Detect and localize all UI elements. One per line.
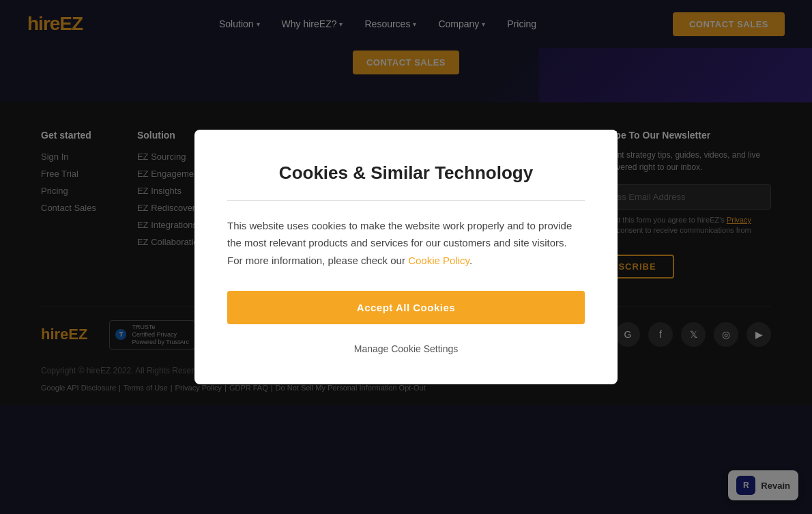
modal-body: This website uses cookies to make the we… (227, 217, 585, 270)
manage-cookie-settings-button[interactable]: Manage Cookie Settings (227, 338, 585, 360)
modal-overlay[interactable]: Cookies & Similar Technology This websit… (0, 0, 812, 514)
modal-title: Cookies & Similar Technology (227, 162, 585, 184)
cookie-modal: Cookies & Similar Technology This websit… (194, 130, 618, 385)
modal-divider (227, 200, 585, 201)
cookie-policy-link[interactable]: Cookie Policy (408, 255, 469, 266)
accept-cookies-button[interactable]: Accept All Cookies (227, 291, 585, 324)
